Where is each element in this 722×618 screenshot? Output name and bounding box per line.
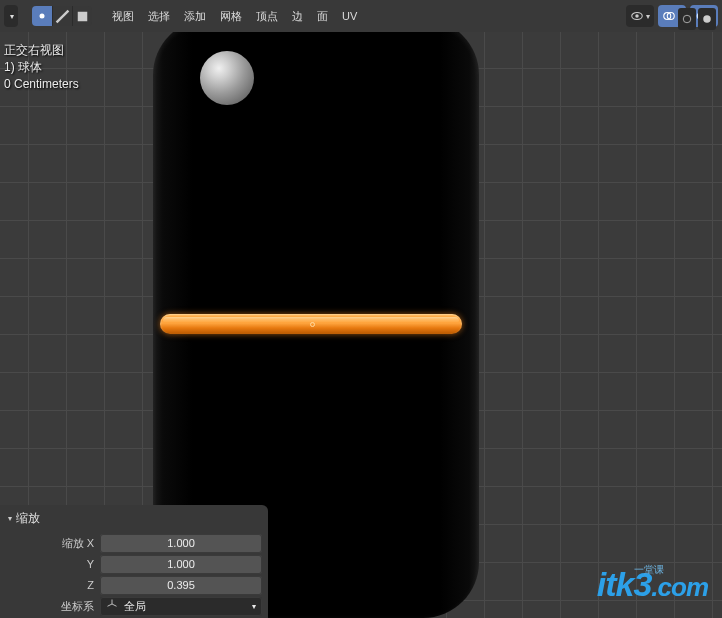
redo-panel: ▾ 缩放 缩放 X 1.000 Y 1.000 Z 0.395 坐标系 全局 ▾ <box>0 505 268 618</box>
vertex-select-icon[interactable] <box>32 6 52 26</box>
viewport-overlay-text: 正交右视图 1) 球体 0 Centimeters <box>4 42 79 93</box>
solid-shading-icon[interactable] <box>698 8 716 30</box>
svg-point-0 <box>40 14 45 19</box>
wireframe-shading-icon[interactable] <box>678 8 696 30</box>
header-menus: 视图 选择 添加 网格 顶点 边 面 UV <box>106 7 363 26</box>
chevron-down-icon: ▾ <box>8 514 12 523</box>
mode-selector[interactable]: ▾ <box>4 5 18 27</box>
menu-face[interactable]: 面 <box>311 7 334 26</box>
overlay-grid-scale: 0 Centimeters <box>4 76 79 93</box>
menu-view[interactable]: 视图 <box>106 7 140 26</box>
object-origin-icon <box>310 322 315 327</box>
svg-point-4 <box>635 14 639 18</box>
menu-add[interactable]: 添加 <box>178 7 212 26</box>
menu-uv[interactable]: UV <box>336 7 363 26</box>
select-mode-group <box>32 6 92 26</box>
redo-panel-header[interactable]: ▾ 缩放 <box>0 505 268 532</box>
scale-x-input[interactable]: 1.000 <box>100 534 262 553</box>
orientation-label: 坐标系 <box>6 599 94 614</box>
orientation-value: 全局 <box>124 597 146 616</box>
header-right-tools: ▾ ▾ ▾ <box>626 5 718 27</box>
svg-point-8 <box>683 15 691 23</box>
overlay-object-name: 1) 球体 <box>4 59 79 76</box>
scale-z-input[interactable]: 0.395 <box>100 576 262 595</box>
watermark-tagline: 一堂课 <box>634 563 664 577</box>
edge-select-icon[interactable] <box>52 6 72 26</box>
menu-vertex[interactable]: 顶点 <box>250 7 284 26</box>
panel-title: 缩放 <box>16 510 40 527</box>
header-toolbar: ▾ 视图 选择 添加 网格 顶点 边 面 UV ▾ ▾ <box>0 0 722 32</box>
watermark-logo: itk3.com 一堂课 <box>597 565 708 604</box>
scale-y-label: Y <box>6 558 94 570</box>
menu-mesh[interactable]: 网格 <box>214 7 248 26</box>
mesh-sphere[interactable] <box>200 51 254 105</box>
chevron-down-icon: ▾ <box>252 597 256 616</box>
scale-y-input[interactable]: 1.000 <box>100 555 262 574</box>
axis-icon <box>106 597 118 616</box>
scale-z-label: Z <box>6 579 94 591</box>
svg-rect-2 <box>78 11 88 21</box>
visibility-toggle[interactable]: ▾ <box>626 5 654 27</box>
scale-x-label: 缩放 X <box>6 536 94 551</box>
overlay-view-name: 正交右视图 <box>4 42 79 59</box>
svg-line-1 <box>57 10 69 22</box>
svg-point-9 <box>703 15 711 23</box>
menu-select[interactable]: 选择 <box>142 7 176 26</box>
face-select-icon[interactable] <box>72 6 92 26</box>
orientation-select[interactable]: 全局 ▾ <box>100 597 262 616</box>
menu-edge[interactable]: 边 <box>286 7 309 26</box>
